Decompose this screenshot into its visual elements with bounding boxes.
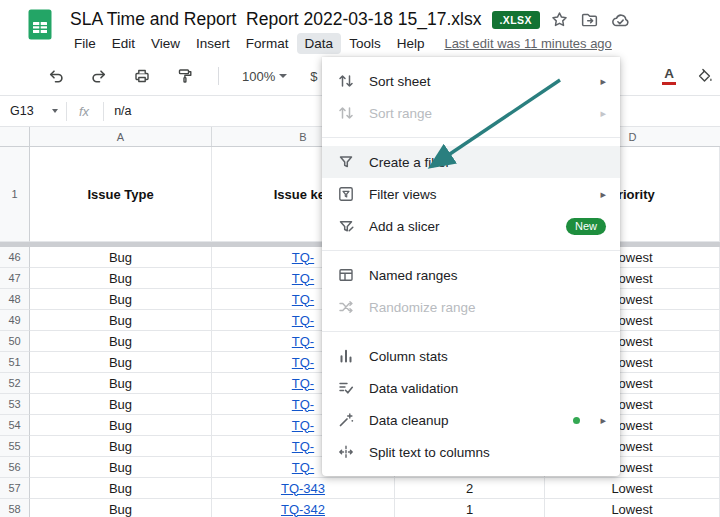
green-dot-icon — [573, 417, 580, 424]
move-to-folder-icon[interactable] — [580, 10, 600, 30]
cell[interactable]: Lowest — [545, 478, 720, 499]
menu-help[interactable]: Help — [389, 33, 433, 54]
cell[interactable]: Bug — [30, 373, 212, 394]
cell[interactable]: Bug — [30, 436, 212, 457]
menu-edit[interactable]: Edit — [104, 33, 143, 54]
row-header[interactable]: 58 — [0, 499, 30, 517]
add-slicer-icon — [336, 217, 356, 235]
divider — [66, 102, 67, 121]
submenu-arrow-icon: ▸ — [600, 107, 606, 120]
menubar: File Edit View Insert Format Data Tools … — [66, 33, 612, 54]
menu-item-sort-sheet[interactable]: Sort sheet ▸ — [322, 65, 620, 97]
row-header[interactable]: 54 — [0, 415, 30, 436]
cell[interactable]: Lowest — [545, 499, 720, 517]
cell[interactable]: Bug — [30, 289, 212, 310]
cell-link[interactable]: TQ-342 — [212, 499, 395, 517]
menu-item-column-stats[interactable]: Column stats — [322, 340, 620, 372]
name-box[interactable]: G13 — [0, 104, 66, 118]
sheets-logo-icon[interactable] — [28, 9, 52, 40]
menu-file[interactable]: File — [66, 33, 104, 54]
cell[interactable]: 2 — [395, 478, 545, 499]
cell[interactable]: Bug — [30, 352, 212, 373]
menu-item-add-a-slicer[interactable]: Add a slicer New — [322, 210, 620, 242]
cloud-status-icon[interactable] — [610, 10, 630, 30]
titlebar: SLA Time and Report Report 2022-03-18 15… — [0, 0, 720, 57]
named-ranges-icon — [336, 266, 356, 284]
document-title[interactable]: SLA Time and Report Report 2022-03-18 15… — [70, 9, 482, 30]
cell-link[interactable]: TQ-343 — [212, 478, 395, 499]
fill-color-icon[interactable] — [694, 66, 714, 86]
submenu-arrow-icon: ▸ — [600, 414, 606, 427]
file-type-badge: .XLSX — [492, 11, 540, 29]
menu-separator — [322, 331, 620, 332]
split-text-icon — [336, 443, 356, 461]
cell[interactable]: Bug — [30, 331, 212, 352]
chevron-down-icon — [52, 109, 58, 113]
table-row: 57 Bug TQ-343 2 Lowest — [0, 478, 720, 499]
menu-view[interactable]: View — [143, 33, 188, 54]
row-header[interactable]: 52 — [0, 373, 30, 394]
menu-item-split-text-to-columns[interactable]: Split text to columns — [322, 436, 620, 468]
format-currency-button[interactable]: $ — [310, 69, 317, 84]
google-sheets-app: SLA Time and Report Report 2022-03-18 15… — [0, 0, 720, 517]
print-icon[interactable] — [132, 66, 152, 86]
row-header[interactable]: 47 — [0, 268, 30, 289]
cell[interactable]: Bug — [30, 499, 212, 517]
row-header[interactable]: 57 — [0, 478, 30, 499]
row-header[interactable]: 51 — [0, 352, 30, 373]
divider — [103, 102, 104, 121]
redo-icon[interactable] — [89, 66, 109, 86]
column-stats-icon — [336, 347, 356, 365]
undo-icon[interactable] — [46, 66, 66, 86]
menu-insert[interactable]: Insert — [188, 33, 238, 54]
cell[interactable]: Bug — [30, 394, 212, 415]
menu-separator — [322, 250, 620, 251]
menu-data[interactable]: Data — [297, 33, 342, 54]
cell[interactable]: Bug — [30, 415, 212, 436]
menu-item-data-cleanup[interactable]: Data cleanup ▸ — [322, 404, 620, 436]
menu-item-data-validation[interactable]: Data validation — [322, 372, 620, 404]
new-badge: New — [566, 218, 606, 235]
cell[interactable]: Issue Type — [30, 147, 212, 242]
menu-item-sort-range[interactable]: Sort range ▸ — [322, 97, 620, 129]
randomize-range-icon — [336, 298, 356, 316]
row-header[interactable]: 48 — [0, 289, 30, 310]
menu-format[interactable]: Format — [238, 33, 297, 54]
cell[interactable]: 1 — [395, 499, 545, 517]
toolbar-divider — [218, 67, 219, 85]
cell[interactable]: Bug — [30, 247, 212, 268]
row-header[interactable]: 46 — [0, 247, 30, 268]
cell[interactable]: Bug — [30, 268, 212, 289]
menu-item-randomize-range[interactable]: Randomize range — [322, 291, 620, 323]
cell[interactable]: Bug — [30, 310, 212, 331]
row-header[interactable]: 1 — [0, 147, 30, 242]
paint-format-icon[interactable] — [175, 66, 195, 86]
menu-item-named-ranges[interactable]: Named ranges — [322, 259, 620, 291]
menu-item-create-a-filter[interactable]: Create a filter — [322, 146, 620, 178]
menu-tools[interactable]: Tools — [341, 33, 389, 54]
last-edit-link[interactable]: Last edit was 11 minutes ago — [444, 36, 611, 51]
filter-views-icon — [336, 185, 356, 203]
row-header[interactable]: 53 — [0, 394, 30, 415]
table-row: 58 Bug TQ-342 1 Lowest — [0, 499, 720, 517]
row-header[interactable]: 56 — [0, 457, 30, 478]
data-menu: Sort sheet ▸ Sort range ▸ Create a filte… — [322, 57, 620, 476]
column-header-a[interactable]: A — [30, 127, 212, 146]
sort-range-icon — [336, 104, 356, 122]
zoom-select[interactable]: 100% — [242, 69, 287, 84]
row-header[interactable]: 49 — [0, 310, 30, 331]
select-all-corner[interactable] — [0, 127, 30, 146]
cell[interactable]: Bug — [30, 478, 212, 499]
data-cleanup-icon — [336, 411, 356, 429]
chevron-down-icon — [279, 74, 287, 78]
row-header[interactable]: 50 — [0, 331, 30, 352]
create-filter-icon — [336, 153, 356, 171]
star-icon[interactable] — [550, 10, 570, 30]
menu-item-filter-views[interactable]: Filter views ▸ — [322, 178, 620, 210]
menu-separator — [322, 137, 620, 138]
row-header[interactable]: 55 — [0, 436, 30, 457]
formula-input[interactable]: n/a — [114, 104, 131, 118]
cell[interactable]: Bug — [30, 457, 212, 478]
data-validation-icon — [336, 379, 356, 397]
text-color-button[interactable]: A — [662, 67, 676, 86]
